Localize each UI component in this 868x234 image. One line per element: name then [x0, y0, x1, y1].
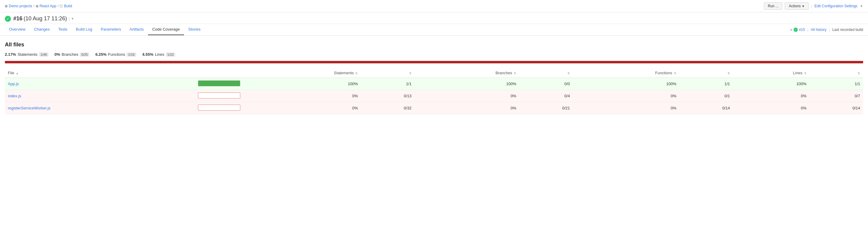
breadcrumb-sep-1: /: [33, 4, 34, 8]
tab-stories[interactable]: Stories: [184, 24, 205, 35]
stat-branches: 0% Branches 0/25: [55, 52, 89, 57]
stat-lines: 4.55% Lines 1/22: [142, 52, 175, 57]
stat-functions: 6.25% Functions 1/16: [95, 52, 136, 57]
ln-sort-icon: ⇅: [804, 72, 807, 75]
col-fn-pct[interactable]: Functions ⇅: [573, 68, 679, 78]
col-stmt-pct[interactable]: Statements ⇅: [243, 68, 361, 78]
fn-pct-cell: 0%: [573, 102, 679, 114]
edit-config-link[interactable]: Edit Configuration Settings: [814, 4, 858, 8]
col-ln-val[interactable]: ⇅: [810, 68, 863, 78]
run-ellipsis: ...: [775, 4, 778, 8]
br-pct-cell: 0%: [415, 102, 519, 114]
fn-sort-icon: ⇅: [674, 72, 676, 75]
top-actions: Run ... Actions ▼ | Edit Configuration S…: [764, 2, 863, 10]
col-stmt-val[interactable]: ⇅: [361, 68, 414, 78]
breadcrumb-demo[interactable]: Demo projects: [9, 4, 32, 8]
progress-bar: [198, 93, 240, 99]
stmt-pct-cell: 0%: [243, 90, 361, 102]
stmt-sort-icon: ⇅: [355, 72, 358, 75]
col-fn-val[interactable]: ⇅: [679, 68, 733, 78]
fn-val-cell: 0/1: [679, 90, 733, 102]
prev-build-num: #15: [799, 28, 805, 32]
square-icon: ☐: [60, 4, 63, 8]
stmt-val-sort-icon: ⇅: [409, 72, 412, 75]
col-bar: [195, 68, 243, 78]
breadcrumb-build[interactable]: Build: [64, 4, 72, 8]
tab-artifacts[interactable]: Artifacts: [125, 24, 148, 35]
stat-br-pct: 0%: [55, 52, 60, 57]
tab-tests[interactable]: Tests: [54, 24, 71, 35]
main-content: All files 2.17% Statements 1/46 0% Branc…: [0, 35, 868, 119]
br-sort-icon: ⇅: [514, 72, 516, 75]
stat-stmt-badge: 1/46: [39, 52, 49, 57]
table-row: App.js 100% 1/1 100% 0/0 100% 1/1 100% 1…: [5, 78, 863, 90]
ln-val-cell: 0/14: [810, 102, 863, 114]
stat-ln-badge: 1/22: [166, 52, 175, 57]
coverage-table: File ▲ Statements ⇅ ⇅ Branches ⇅ ⇅ Funct…: [5, 68, 863, 114]
prev-label: «: [790, 28, 792, 32]
col-ln-pct[interactable]: Lines ⇅: [733, 68, 810, 78]
fn-pct-cell: 100%: [573, 78, 679, 90]
tab-changes[interactable]: Changes: [30, 24, 54, 35]
stat-statements: 2.17% Statements 1/46: [5, 52, 49, 57]
grid-icon: ⊞: [5, 4, 7, 8]
fn-pct-cell: 0%: [573, 90, 679, 102]
table-row: registerServiceWorker.js 0% 0/32 0% 0/21…: [5, 102, 863, 114]
br-val-cell: 0/4: [519, 90, 573, 102]
edit-dropdown-icon[interactable]: ▼: [860, 4, 863, 8]
br-val-sort-icon: ⇅: [567, 72, 570, 75]
build-title-bar: ✓ #16 (10 Aug 17 11:26) | ▾: [0, 12, 868, 24]
stat-fn-label: Functions: [108, 52, 125, 57]
col-br-pct[interactable]: Branches ⇅: [415, 68, 519, 78]
ln-pct-cell: 0%: [733, 102, 810, 114]
grid-icon-2: ⊞: [36, 4, 38, 8]
breadcrumb: ⊞ Demo projects / ⊞ React App / ☐ Build: [5, 4, 72, 8]
progress-bar: [198, 80, 240, 86]
br-pct-cell: 100%: [415, 78, 519, 90]
br-val-cell: 0/21: [519, 102, 573, 114]
progress-bar: [198, 105, 240, 111]
fn-val-cell: 0/14: [679, 102, 733, 114]
bar-cell: [195, 102, 243, 114]
stat-stmt-pct: 2.17%: [5, 52, 16, 57]
coverage-bar: [5, 61, 863, 63]
br-val-cell: 0/0: [519, 78, 573, 90]
build-dropdown-icon[interactable]: ▾: [72, 17, 73, 21]
stat-ln-label: Lines: [155, 52, 164, 57]
stmt-val-cell: 0/32: [361, 102, 414, 114]
stat-fn-badge: 1/16: [126, 52, 136, 57]
prev-build-link[interactable]: « ✓ #15: [790, 28, 805, 32]
breadcrumb-sep-2: /: [58, 4, 58, 8]
build-date: (10 Aug 17 11:26): [24, 16, 67, 22]
stmt-pct-cell: 100%: [243, 78, 361, 90]
tab-build-log[interactable]: Build Log: [72, 24, 97, 35]
fn-val-cell: 1/1: [679, 78, 733, 90]
build-status-icon: ✓: [5, 16, 11, 22]
breadcrumb-react[interactable]: React App: [40, 4, 56, 8]
tabs-left: Overview Changes Tests Build Log Paramet…: [5, 24, 205, 35]
all-history-link[interactable]: All history: [811, 28, 827, 32]
stmt-val-cell: 0/13: [361, 90, 414, 102]
prev-build-icon: ✓: [794, 28, 798, 32]
tab-parameters[interactable]: Parameters: [97, 24, 125, 35]
run-button[interactable]: Run ...: [764, 2, 782, 10]
top-bar: ⊞ Demo projects / ⊞ React App / ☐ Build …: [0, 0, 868, 12]
file-cell: index.js: [5, 90, 195, 102]
stats-row: 2.17% Statements 1/46 0% Branches 0/25 6…: [5, 52, 863, 57]
ln-pct-cell: 100%: [733, 78, 810, 90]
ln-val-sort-icon: ⇅: [858, 72, 860, 75]
actions-button[interactable]: Actions ▼: [785, 2, 808, 10]
col-file[interactable]: File ▲: [5, 68, 195, 78]
tabs-right: « ✓ #15 | All history | Last recorded bu…: [790, 28, 863, 32]
file-link[interactable]: registerServiceWorker.js: [8, 106, 51, 110]
last-recorded-text: Last recorded build: [832, 28, 863, 32]
tab-overview[interactable]: Overview: [5, 24, 30, 35]
file-link[interactable]: App.js: [8, 81, 19, 86]
stat-br-label: Branches: [62, 52, 79, 57]
bar-cell: [195, 78, 243, 90]
tab-code-coverage[interactable]: Code Coverage: [148, 24, 184, 35]
file-link[interactable]: index.js: [8, 94, 21, 98]
stat-stmt-label: Statements: [18, 52, 37, 57]
stmt-pct-cell: 0%: [243, 102, 361, 114]
col-br-val[interactable]: ⇅: [519, 68, 573, 78]
